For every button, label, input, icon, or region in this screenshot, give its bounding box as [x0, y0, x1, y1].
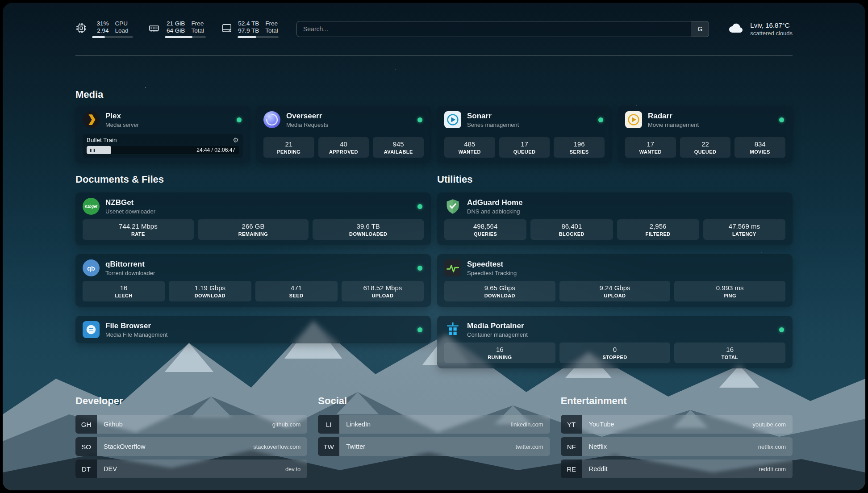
stat-label: DOWNLOADED: [314, 231, 422, 237]
service-name: Radarr: [648, 112, 773, 121]
service-card-sonarr[interactable]: Sonarr Series management 485 WANTED 17 Q…: [437, 106, 612, 163]
service-name: Plex: [105, 112, 231, 121]
service-description: Media File Management: [105, 331, 412, 338]
stat-box: 86,401 BLOCKED: [530, 219, 613, 240]
status-dot: [417, 266, 422, 271]
section-title-utilities: Utilities: [437, 173, 793, 185]
stat-label: SERIES: [555, 149, 603, 155]
stat-label: WANTED: [627, 149, 674, 155]
stat-box: 485 WANTED: [444, 137, 495, 158]
stat-label: APPROVED: [320, 149, 367, 155]
service-name: AdGuard Home: [467, 198, 785, 207]
section-utilities: Utilities AdGuard Home DNS and adblockin…: [437, 173, 793, 368]
bookmark-abbr: NF: [561, 437, 582, 456]
bookmark-reddit[interactable]: RE Reddit reddit.com: [561, 460, 793, 478]
stat-value: 16: [676, 345, 784, 354]
service-name: Sonarr: [467, 112, 593, 121]
stat-label: STOPPED: [561, 354, 669, 360]
stat-box: 17 QUEUED: [499, 137, 550, 158]
settings-gear-icon[interactable]: ⚙: [233, 137, 239, 143]
bookmark-name: YouTube: [582, 415, 753, 434]
bookmark-name: LinkedIn: [339, 415, 511, 434]
section-title-social: Social: [318, 395, 550, 407]
bookmark-name: StackOverflow: [97, 437, 253, 456]
search-input[interactable]: [297, 21, 691, 37]
bookmark-netflix[interactable]: NF Netflix netflix.com: [561, 437, 793, 456]
stat-value: 86,401: [532, 222, 611, 230]
stat-value: 1.19 Gbps: [171, 284, 249, 292]
search-bar: G: [296, 21, 709, 37]
stat-label: WANTED: [446, 149, 493, 155]
stat-value: 16: [446, 345, 554, 354]
service-name: Speedtest: [467, 260, 785, 269]
weather-location: Lviv, 16.87°C: [750, 21, 793, 29]
stat-value: 266 GB: [200, 222, 307, 230]
bookmark-abbr: GH: [75, 415, 97, 434]
playback-time: 24:44 / 02:06:47: [196, 146, 235, 154]
service-card-qbittorrent[interactable]: qb qBittorrent Torrent downloader 16 LEE…: [75, 254, 431, 307]
stat-box: 16 LEECH: [83, 281, 165, 301]
service-card-speedtest[interactable]: Speedtest Speedtest Tracking 9.65 Gbps D…: [437, 254, 793, 307]
stat-label: AVAILABLE: [375, 149, 422, 155]
service-name: File Browser: [105, 322, 412, 330]
bookmark-url: youtube.com: [753, 415, 793, 434]
stat-value: 16: [84, 284, 163, 292]
stat-value: 47.569 ms: [705, 222, 784, 230]
bookmark-github[interactable]: GH Github github.com: [75, 415, 307, 434]
qbittorrent-card-header: qb qBittorrent Torrent downloader: [83, 259, 424, 276]
stat-label: DOWNLOAD: [171, 292, 249, 299]
cpu-load: 2.94: [92, 27, 108, 34]
stat-label: LEECH: [84, 292, 163, 299]
service-card-overseerr[interactable]: Overseerr Media Requests 21 PENDING 40 A…: [256, 106, 431, 163]
bookmark-dev[interactable]: DT DEV dev.to: [75, 460, 307, 478]
qbittorrent-icon: qb: [83, 259, 100, 276]
service-card-adguard[interactable]: AdGuard Home DNS and adblocking 498,564 …: [437, 192, 793, 245]
nzbget-stats: 744.21 Mbps RATE 266 GB REMAINING 39.6 T…: [83, 219, 424, 240]
service-description: Torrent downloader: [105, 270, 412, 276]
service-description: Series management: [467, 121, 593, 128]
stat-box: 266 GB REMAINING: [198, 219, 309, 240]
stat-box: 196 SERIES: [554, 137, 605, 158]
memory-meter: [165, 36, 206, 38]
playback-progress-bar[interactable]: ❚❚ 24:44 / 02:06:47: [87, 146, 239, 154]
bookmark-youtube[interactable]: YT YouTube youtube.com: [561, 415, 793, 434]
stat-box: 9.24 Gbps UPLOAD: [559, 281, 671, 301]
sonarr-icon: [444, 111, 461, 128]
service-card-plex[interactable]: Plex Media server Bullet Train ⚙ ❚❚: [75, 106, 250, 163]
pause-icon[interactable]: ❚❚: [89, 146, 96, 154]
stat-box: 744.21 Mbps RATE: [83, 219, 194, 240]
bookmark-stackoverflow[interactable]: SO StackOverflow stackoverflow.com: [75, 437, 307, 456]
bookmark-linkedin[interactable]: LI LinkedIn linkedin.com: [318, 415, 550, 434]
stat-box: 945 AVAILABLE: [373, 137, 424, 158]
stat-box: 471 SEED: [255, 281, 338, 301]
bookmark-url: netflix.com: [758, 437, 793, 456]
overseerr-stats: 21 PENDING 40 APPROVED 945 AVAILABLE: [263, 137, 424, 158]
stat-value: 485: [446, 140, 493, 148]
bookmark-name: Netflix: [582, 437, 758, 456]
stat-value: 9.24 Gbps: [561, 284, 669, 292]
memory-widget: 21 GiB Free 64 GiB Total: [148, 20, 206, 38]
cpu-meter-fill: [92, 36, 105, 38]
service-card-filebrowser[interactable]: File Browser Media File Management: [75, 316, 431, 343]
service-name: Overseerr: [286, 112, 412, 121]
service-card-nzbget[interactable]: nzbget NZBGet Usenet downloader 744.21 M…: [75, 192, 431, 245]
status-dot: [417, 204, 422, 209]
search-provider-button[interactable]: G: [691, 21, 709, 37]
status-dot: [598, 117, 603, 122]
svg-text:qb: qb: [87, 265, 95, 272]
bookmark-twitter[interactable]: TW Twitter twitter.com: [318, 437, 550, 456]
stat-box: 0 STOPPED: [559, 343, 671, 363]
status-dot: [779, 327, 784, 332]
stat-value: 22: [682, 140, 729, 148]
memory-total-label: Total: [191, 27, 206, 34]
speedtest-icon: [444, 259, 461, 276]
bookmark-url: twitter.com: [516, 437, 550, 456]
adguard-shield-icon: [444, 198, 461, 215]
service-card-radarr[interactable]: Radarr Movie management 17 WANTED 22 QUE…: [618, 106, 793, 163]
bookmark-abbr: TW: [318, 437, 339, 456]
service-description: Media server: [105, 121, 231, 128]
service-description: Media Requests: [286, 121, 412, 128]
cpu-label: CPU: [115, 20, 133, 27]
section-title-developer: Developer: [75, 395, 307, 407]
service-card-portainer[interactable]: Media Portainer Container management 16 …: [437, 316, 793, 368]
